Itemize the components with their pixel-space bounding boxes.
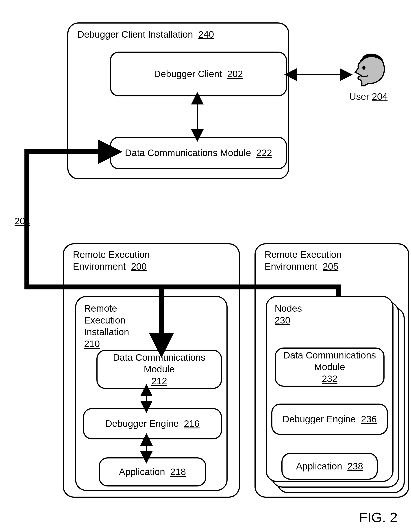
engine-216-text: Debugger Engine bbox=[105, 418, 179, 429]
user-label: User 204 bbox=[349, 91, 387, 103]
left-env-title: Remote Execution Environment 200 bbox=[73, 249, 167, 272]
dci-title: Debugger Client Installation 240 bbox=[77, 29, 214, 41]
figure-label: FIG. 2 bbox=[359, 509, 398, 525]
dcm-212-box: Data Communications Module212 bbox=[96, 350, 222, 389]
engine-236-text: Debugger Engine bbox=[283, 414, 356, 424]
dcm-212-ref: 212 bbox=[151, 376, 167, 386]
network-ref: 201 bbox=[15, 215, 30, 227]
svg-point-6 bbox=[362, 66, 365, 70]
dcm-212-text: Data Communications Module bbox=[113, 352, 205, 375]
left-inner-title: Remote Execution Installation 210 bbox=[84, 303, 136, 350]
nodes-title-ref: 230 bbox=[275, 315, 290, 325]
engine-236-box: Debugger Engine 236 bbox=[271, 404, 388, 435]
app-218-text: Application bbox=[119, 466, 165, 477]
dcm-222-box: Data Communications Module 222 bbox=[110, 137, 287, 169]
app-238-box: Application 238 bbox=[281, 453, 378, 480]
left-inner-t3: Installation bbox=[84, 327, 129, 337]
left-inner-t1: Remote bbox=[84, 303, 117, 314]
right-env-title: Remote Execution Environment 205 bbox=[265, 249, 359, 272]
user-icon bbox=[350, 50, 389, 90]
dcm-222-text: Data Communications Module bbox=[125, 148, 251, 158]
debugger-client-text: Debugger Client bbox=[154, 69, 222, 79]
left-env-title-ref: 200 bbox=[131, 261, 147, 272]
dcm-232-ref: 232 bbox=[322, 373, 337, 384]
engine-236-ref: 236 bbox=[361, 414, 377, 424]
app-218-box: Application 218 bbox=[99, 457, 206, 486]
dcm-232-box: Data Communications Module232 bbox=[275, 348, 384, 387]
left-inner-ref: 210 bbox=[84, 339, 100, 349]
nodes-title-text: Nodes bbox=[275, 303, 302, 314]
dcm-232-text: Data Communications Module bbox=[283, 350, 376, 372]
user-label-ref: 204 bbox=[372, 91, 387, 102]
debugger-client-ref: 202 bbox=[227, 69, 243, 79]
nodes-title: Nodes 230 bbox=[275, 303, 302, 326]
diagram-canvas: Debugger Client Installation 240 Debugge… bbox=[0, 0, 411, 532]
dcm-222-ref: 222 bbox=[256, 148, 272, 158]
engine-216-ref: 216 bbox=[184, 418, 200, 429]
app-238-text: Application bbox=[296, 461, 342, 472]
engine-216-box: Debugger Engine 216 bbox=[83, 408, 222, 439]
dci-title-ref: 240 bbox=[198, 29, 214, 40]
left-inner-t2: Execution bbox=[84, 315, 125, 325]
debugger-client-box: Debugger Client 202 bbox=[110, 52, 287, 96]
right-env-title-ref: 205 bbox=[323, 261, 338, 272]
app-238-ref: 238 bbox=[347, 461, 363, 472]
user-label-text: User bbox=[349, 91, 369, 102]
dci-title-text: Debugger Client Installation bbox=[77, 29, 193, 40]
app-218-ref: 218 bbox=[170, 466, 186, 477]
